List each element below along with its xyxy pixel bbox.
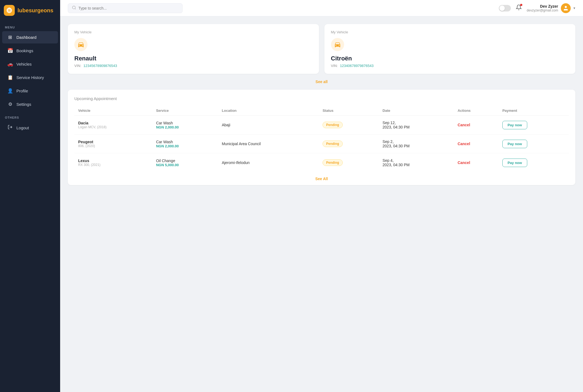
profile-icon: 👤: [7, 88, 13, 94]
date-cell: Sep 2, 2023, 04:30 PM: [379, 134, 454, 153]
col-date: Date: [379, 106, 454, 116]
see-all-appointments-button[interactable]: See All: [315, 177, 328, 181]
vehicle-cell: Lexus RX 300, (2021): [74, 153, 152, 172]
vehicle-cell: Dacia Logan MCV, (2018): [74, 116, 152, 134]
vehicle-card-label: My Vehicle: [74, 30, 312, 34]
logo: lubesurgeons: [0, 0, 60, 21]
menu-section-label: MENU: [0, 21, 60, 31]
location-cell: Municipal Area Council: [218, 134, 319, 153]
vehicle-cell-sub: Logan MCV, (2018): [78, 125, 148, 129]
vehicle-cell: Peugeot 806, (2020): [74, 134, 152, 153]
actions-cell: Cancel: [454, 153, 499, 172]
actions-cell: Cancel: [454, 116, 499, 134]
dashboard-icon: ⊞: [7, 34, 13, 40]
sidebar-item-bookings[interactable]: 📅 Bookings: [2, 45, 58, 57]
sidebar-item-dashboard[interactable]: ⊞ Dashboard: [2, 31, 58, 43]
vin-value: 12340678979876543: [340, 64, 374, 68]
search-bar[interactable]: [68, 3, 183, 13]
vehicle-card-label: My Vehicle: [331, 30, 569, 34]
vehicle-cell-sub: 806, (2020): [78, 144, 148, 148]
sidebar-item-logout[interactable]: Logout: [2, 121, 58, 134]
col-location: Location: [218, 106, 319, 116]
service-cell: Oil Change NGN 5,000.00: [152, 153, 218, 172]
pay-now-button[interactable]: Pay now: [502, 121, 527, 129]
vehicle-card-0: My Vehicle Renault VIN: 1234567890987654…: [68, 24, 319, 74]
theme-toggle[interactable]: [499, 5, 511, 11]
toggle-knob: [499, 5, 505, 11]
table-row: Lexus RX 300, (2021) Oil Change NGN 5,00…: [74, 153, 569, 172]
col-service: Service: [152, 106, 218, 116]
vehicle-cards: My Vehicle Renault VIN: 1234567890987654…: [68, 24, 575, 74]
svg-point-1: [72, 6, 75, 9]
sidebar-item-label: Bookings: [16, 48, 33, 53]
service-price: NGN 2,000.00: [156, 125, 214, 129]
appointments-title: Upcoming Appointment: [74, 96, 569, 101]
col-payment: Payment: [499, 106, 569, 116]
service-price: NGN 2,000.00: [156, 144, 214, 148]
vin-label: VIN:: [74, 64, 81, 68]
status-badge: Pending: [323, 122, 342, 128]
date-cell: Sep 12, 2023, 04:30 PM: [379, 116, 454, 134]
others-section-label: OTHERS: [0, 111, 60, 121]
pay-now-button[interactable]: Pay now: [502, 140, 527, 148]
service-name: Oil Change: [156, 159, 214, 163]
vin-label: VIN:: [331, 64, 338, 68]
logo-text: lubesurgeons: [17, 7, 53, 14]
sidebar-item-label: Dashboard: [16, 35, 36, 40]
svg-line-2: [75, 8, 76, 9]
vehicle-icon: [331, 38, 344, 51]
logo-icon: [4, 5, 15, 16]
see-all-vehicles-button[interactable]: See all: [315, 80, 327, 84]
pay-now-button[interactable]: Pay now: [502, 159, 527, 167]
avatar: [561, 3, 571, 13]
service-price: NGN 5,000.00: [156, 163, 214, 167]
sidebar-item-label: Settings: [16, 102, 31, 107]
vehicle-icon: [74, 38, 87, 51]
sidebar-item-vehicles[interactable]: 🚗 Vehicles: [2, 58, 58, 70]
payment-cell: Pay now: [499, 116, 569, 134]
cancel-button[interactable]: Cancel: [458, 142, 470, 146]
col-actions: Actions: [454, 106, 499, 116]
appointments-card: Upcoming Appointment Vehicle Service Loc…: [68, 90, 575, 185]
col-vehicle: Vehicle: [74, 106, 152, 116]
see-all-bottom: See All: [74, 172, 569, 182]
see-all-vehicles-wrap: See all: [68, 79, 575, 84]
location-cell: Abaji: [218, 116, 319, 134]
sidebar-item-service-history[interactable]: 📋 Service History: [2, 71, 58, 84]
chevron-down-icon: ▾: [573, 6, 575, 10]
service-name: Car Wash: [156, 121, 214, 125]
header-right: Dev Zyzer devzyzer@gmail.com ▾: [499, 3, 575, 13]
payment-cell: Pay now: [499, 153, 569, 172]
vehicle-cell-name: Peugeot: [78, 140, 148, 144]
cancel-button[interactable]: Cancel: [458, 160, 470, 165]
sidebar-item-label: Profile: [16, 89, 28, 93]
vehicle-name: Renault: [74, 55, 312, 62]
actions-cell: Cancel: [454, 134, 499, 153]
vehicle-vin: VIN: 12345678909876543: [74, 64, 312, 68]
table-row: Dacia Logan MCV, (2018) Car Wash NGN 2,0…: [74, 116, 569, 134]
sidebar-item-label: Vehicles: [16, 62, 32, 66]
search-icon: [72, 5, 76, 11]
user-email: devzyzer@gmail.com: [527, 8, 558, 12]
sidebar-item-label: Service History: [16, 75, 44, 80]
status-cell: Pending: [319, 153, 379, 172]
sidebar-item-profile[interactable]: 👤 Profile: [2, 85, 58, 97]
cancel-button[interactable]: Cancel: [458, 123, 470, 127]
service-cell: Car Wash NGN 2,000.00: [152, 134, 218, 153]
notification-button[interactable]: [516, 4, 522, 12]
table-row: Peugeot 806, (2020) Car Wash NGN 2,000.0…: [74, 134, 569, 153]
sidebar: lubesurgeons MENU ⊞ Dashboard 📅 Bookings…: [0, 0, 60, 392]
search-input[interactable]: [78, 6, 178, 10]
payment-cell: Pay now: [499, 134, 569, 153]
content-area: My Vehicle Renault VIN: 1234567890987654…: [60, 16, 583, 392]
user-name: Dev Zyzer: [527, 4, 558, 8]
vehicle-card-1: My Vehicle Citroën VIN: 1234067897987654…: [324, 24, 576, 74]
vehicles-icon: 🚗: [7, 61, 13, 67]
vehicle-vin: VIN: 12340678979876543: [331, 64, 569, 68]
user-info[interactable]: Dev Zyzer devzyzer@gmail.com ▾: [527, 3, 575, 13]
sidebar-item-label: Logout: [16, 125, 29, 130]
logout-icon: [7, 125, 13, 131]
status-badge: Pending: [323, 141, 342, 147]
vehicle-cell-name: Lexus: [78, 159, 148, 163]
sidebar-item-settings[interactable]: ⚙ Settings: [2, 98, 58, 110]
